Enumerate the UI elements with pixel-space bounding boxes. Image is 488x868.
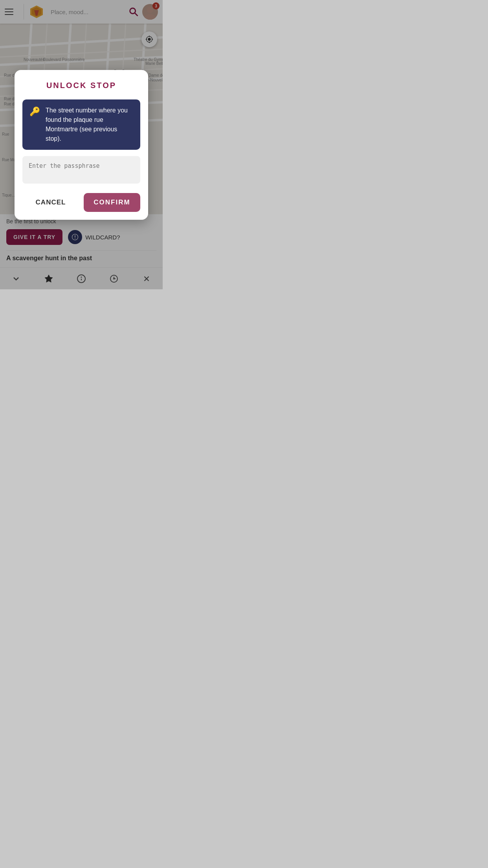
unlock-stop-modal: UNLOCK STOP 🔑 The street number where yo… [15, 70, 148, 220]
hint-box: 🔑 The street number where you found the … [22, 99, 140, 150]
confirm-button[interactable]: CONFIRM [84, 193, 140, 212]
passphrase-input[interactable] [22, 156, 140, 184]
modal-title: UNLOCK STOP [22, 81, 140, 90]
key-icon: 🔑 [29, 107, 40, 117]
hint-text: The street number where you found the pl… [46, 106, 133, 143]
modal-actions: CANCEL CONFIRM [22, 193, 140, 212]
cancel-button[interactable]: CANCEL [22, 193, 79, 212]
modal-overlay: UNLOCK STOP 🔑 The street number where yo… [0, 0, 163, 289]
